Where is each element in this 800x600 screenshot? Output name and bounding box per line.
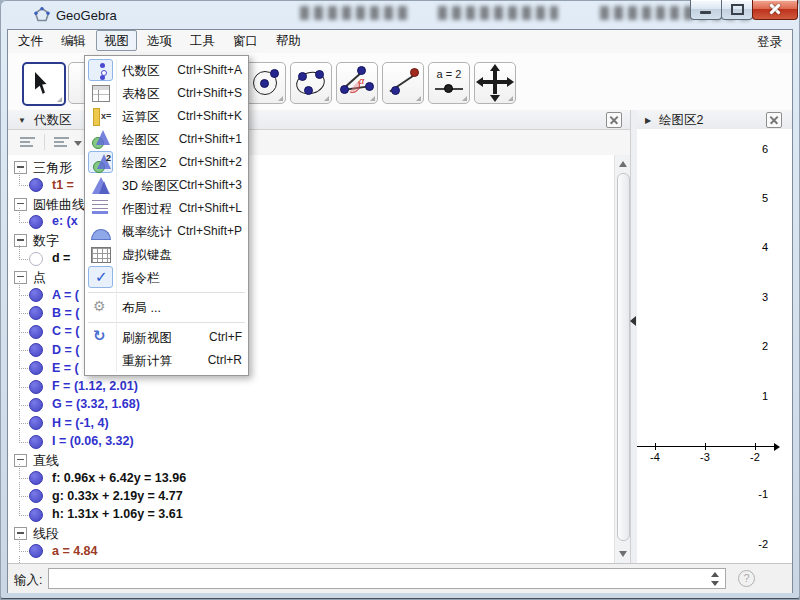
- tree-item[interactable]: g: 0.33x + 2.19y = 4.77: [8, 487, 630, 505]
- menubar-item-5[interactable]: 窗口: [225, 30, 266, 51]
- visibility-marble[interactable]: [29, 435, 43, 449]
- tool-dropdown-icon[interactable]: [370, 96, 375, 101]
- collapse-triangle-icon[interactable]: ▼: [18, 116, 26, 125]
- expand-triangle-icon[interactable]: ▶: [645, 116, 651, 125]
- menu-item-label: 概率统计: [122, 224, 172, 241]
- tree-item[interactable]: h: 1.31x + 1.06y = 3.61: [8, 506, 630, 524]
- circle-tool[interactable]: [244, 62, 286, 104]
- algebra-close-icon[interactable]: [606, 112, 622, 128]
- view-menu-item-13[interactable]: ↻刷新视图Ctrl+F: [85, 326, 248, 349]
- menubar-item-2[interactable]: 视图: [96, 30, 137, 51]
- view-menu-item-3[interactable]: 绘图区Ctrl+Shift+1: [85, 128, 248, 151]
- view-menu-item-9[interactable]: ✓指令栏: [85, 266, 248, 289]
- algebra-scrollbar[interactable]: [614, 155, 631, 563]
- ellipse-tool[interactable]: [290, 62, 332, 104]
- input-help-icon[interactable]: ?: [738, 570, 755, 587]
- view-menu-item-14[interactable]: 重新计算Ctrl+R: [85, 349, 248, 372]
- view-menu: 代数区Ctrl+Shift+A表格区Ctrl+Shift+Sx=运算区Ctrl+…: [84, 55, 249, 376]
- menu-item-label: 代数区: [122, 63, 160, 80]
- visibility-marble[interactable]: [29, 544, 43, 558]
- menubar-item-4[interactable]: 工具: [182, 30, 223, 51]
- tree-category[interactable]: 直线: [8, 451, 630, 469]
- visibility-marble[interactable]: [29, 288, 43, 302]
- tree-item[interactable]: f: 0.96x + 6.42y = 13.96: [8, 469, 630, 487]
- graphics2-close-icon[interactable]: [766, 112, 782, 128]
- view-menu-item-11[interactable]: ⚙布局 ...: [85, 296, 248, 319]
- tool-dropdown-icon[interactable]: [324, 96, 329, 101]
- scroll-up-icon[interactable]: [619, 161, 627, 167]
- tree-item[interactable]: I = (0.06, 3.32): [8, 433, 630, 451]
- move-graphics-tool[interactable]: [474, 62, 516, 104]
- menubar-item-6[interactable]: 帮助: [268, 30, 309, 51]
- menubar-item-0[interactable]: 文件: [10, 30, 51, 51]
- tool-dropdown-icon[interactable]: [57, 97, 62, 102]
- keyboard-icon: [88, 243, 113, 265]
- line-tool[interactable]: [382, 62, 424, 104]
- minimize-button[interactable]: [690, 0, 722, 20]
- tree-item[interactable]: F = (1.12, 2.01): [8, 378, 630, 396]
- view-menu-item-5[interactable]: 3D 绘图区Ctrl+Shift+3: [85, 174, 248, 197]
- view-menu-item-8[interactable]: 虚拟键盘: [85, 243, 248, 266]
- menu-item-shortcut: Ctrl+Shift+L: [179, 201, 242, 215]
- graphics2-canvas[interactable]: 654321-1-2-4-3-2: [637, 129, 792, 563]
- view-menu-item-4[interactable]: 2绘图区2Ctrl+Shift+2: [85, 151, 248, 174]
- category-label: 点: [33, 269, 46, 287]
- y-tick-label: 6: [742, 143, 768, 155]
- visibility-marble[interactable]: [29, 252, 43, 266]
- scroll-down-icon[interactable]: [619, 551, 627, 557]
- visibility-marble[interactable]: [29, 343, 43, 357]
- tree-item[interactable]: H = (-1, 4): [8, 414, 630, 432]
- move-tool[interactable]: [22, 62, 66, 106]
- menubar-item-3[interactable]: 选项: [139, 30, 180, 51]
- tree-item[interactable]: a = 4.84: [8, 542, 630, 560]
- menubar-item-1[interactable]: 编辑: [53, 30, 94, 51]
- visibility-marble[interactable]: [29, 178, 43, 192]
- titlebar-watermark: [300, 6, 410, 20]
- menu-separator: [88, 322, 245, 323]
- visibility-marble[interactable]: [29, 489, 43, 503]
- visibility-marble[interactable]: [29, 416, 43, 430]
- tool-dropdown-icon[interactable]: [462, 96, 467, 101]
- object-label: d =: [52, 251, 70, 265]
- view-menu-item-7[interactable]: 概率统计Ctrl+Shift+P: [85, 220, 248, 243]
- visibility-marble[interactable]: [29, 471, 43, 485]
- view-menu-item-1[interactable]: 表格区Ctrl+Shift+S: [85, 82, 248, 105]
- visibility-marble[interactable]: [29, 380, 43, 394]
- tree-item[interactable]: G = (3.32, 1.68): [8, 396, 630, 414]
- visibility-marble[interactable]: [29, 508, 43, 522]
- menu-separator: [88, 292, 245, 293]
- tree-category[interactable]: 线段: [8, 524, 630, 542]
- menu-item-label: 重新计算: [122, 353, 172, 370]
- tool-dropdown-icon[interactable]: [416, 96, 421, 101]
- y-tick-label: -2: [742, 538, 768, 550]
- angle-tool[interactable]: α: [336, 62, 378, 104]
- scrollbar-thumb[interactable]: [617, 173, 630, 541]
- object-label: H = (-1, 4): [52, 416, 109, 430]
- auxiliary-objects-icon[interactable]: [20, 136, 35, 148]
- collapse-left-icon[interactable]: [630, 316, 636, 326]
- view-menu-item-2[interactable]: x=运算区Ctrl+Shift+K: [85, 105, 248, 128]
- visibility-marble[interactable]: [29, 325, 43, 339]
- probability-icon: [88, 220, 113, 242]
- command-input[interactable]: [48, 568, 726, 589]
- visibility-marble[interactable]: [29, 215, 43, 229]
- object-label: a = 4.84: [52, 544, 98, 558]
- tool-dropdown-icon[interactable]: [508, 96, 513, 101]
- view-menu-item-6[interactable]: 作图过程Ctrl+Shift+L: [85, 197, 248, 220]
- chevron-down-icon[interactable]: [74, 141, 82, 150]
- input-history-spinner-icon[interactable]: [710, 572, 719, 586]
- algebra-view-icon: [88, 59, 113, 81]
- visibility-marble[interactable]: [29, 398, 43, 412]
- view-menu-item-0[interactable]: 代数区Ctrl+Shift+A: [85, 59, 248, 82]
- tool-dropdown-icon[interactable]: [278, 96, 283, 101]
- signin-link[interactable]: 登录: [757, 34, 782, 51]
- y-tick-label: -1: [742, 488, 768, 500]
- slider-tool[interactable]: a = 2: [428, 62, 470, 104]
- maximize-button[interactable]: [721, 0, 753, 20]
- construction-protocol-icon: [88, 197, 113, 219]
- close-button[interactable]: [752, 0, 798, 20]
- menu-item-label: 虚拟键盘: [122, 247, 172, 264]
- visibility-marble[interactable]: [29, 306, 43, 320]
- sort-objects-icon[interactable]: [54, 136, 69, 148]
- visibility-marble[interactable]: [29, 361, 43, 375]
